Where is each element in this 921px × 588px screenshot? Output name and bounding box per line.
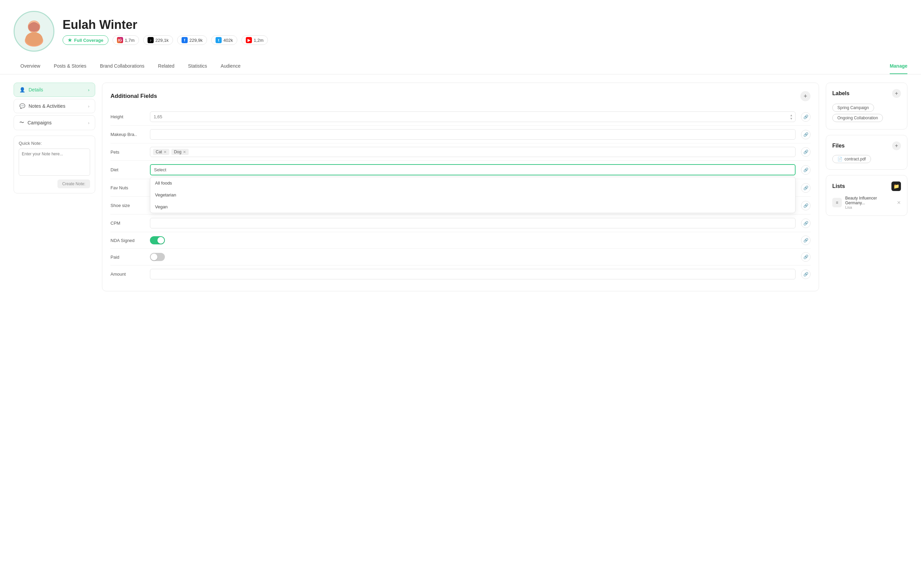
field-row-cpm: CPM 🔗 bbox=[111, 214, 810, 232]
pet-tag-dog: Dog ✕ bbox=[171, 149, 189, 155]
field-label-paid: Paid bbox=[111, 255, 145, 260]
lists-card: Lists 📁 ≡ Beauty Influencer Germany... L… bbox=[826, 175, 907, 216]
instagram-icon: IG bbox=[117, 37, 123, 43]
profile-header: Eulah Winter ★ Full Coverage IG 1,7m ♪ 2… bbox=[0, 0, 921, 52]
field-label-cpm: CPM bbox=[111, 221, 145, 226]
folder-icon-button[interactable]: 📁 bbox=[892, 182, 901, 191]
profile-name: Eulah Winter bbox=[63, 18, 268, 32]
left-panel: 👤 Details › 💬 Notes & Activities › 〜 Cam… bbox=[14, 83, 95, 291]
sidebar-details-label: Details bbox=[29, 87, 43, 93]
label-ongoing-collaboration[interactable]: Ongoing Collaboration bbox=[832, 114, 883, 122]
tab-brand-collaborations[interactable]: Brand Collaborations bbox=[93, 58, 151, 74]
nda-link-icon[interactable]: 🔗 bbox=[801, 236, 810, 245]
twitter-icon: t bbox=[216, 37, 222, 43]
file-icon: 📄 bbox=[837, 157, 843, 161]
makeup-link-icon[interactable]: 🔗 bbox=[801, 130, 810, 139]
social-badge-youtube[interactable]: ▶ 1,2m bbox=[241, 35, 268, 45]
person-icon: 👤 bbox=[20, 87, 25, 93]
chevron-right-icon-notes: › bbox=[88, 104, 89, 109]
additional-fields-card: Additional Fields + Height ▲ ▼ 🔗 bbox=[102, 83, 819, 291]
field-row-diet: Diet All foods Vegetarian Vegan 🔗 bbox=[111, 161, 810, 179]
sidebar-campaigns-label: Campaigns bbox=[28, 120, 52, 125]
tab-overview[interactable]: Overview bbox=[14, 58, 47, 74]
social-badge-instagram[interactable]: IG 1,7m bbox=[112, 35, 139, 45]
diet-link-icon[interactable]: 🔗 bbox=[801, 165, 810, 175]
quick-note-textarea[interactable] bbox=[19, 149, 90, 176]
remove-list-item[interactable]: ✕ bbox=[897, 200, 901, 205]
field-label-nda: NDA Signed bbox=[111, 238, 145, 243]
pulse-icon: 〜 bbox=[20, 120, 24, 126]
label-spring-campaign[interactable]: Spring Campaign bbox=[832, 104, 874, 112]
pet-tag-cat: Cat ✕ bbox=[153, 149, 169, 155]
twitter-count: 402k bbox=[223, 38, 233, 43]
profile-badges: ★ Full Coverage IG 1,7m ♪ 229,1k f 229,9… bbox=[63, 35, 268, 45]
add-label-button[interactable]: + bbox=[892, 89, 901, 98]
field-label-diet: Diet bbox=[111, 167, 145, 172]
nda-toggle-knob bbox=[158, 237, 164, 244]
remove-cat-tag[interactable]: ✕ bbox=[164, 150, 167, 154]
diet-select-wrap: All foods Vegetarian Vegan bbox=[150, 164, 796, 175]
cpm-input[interactable] bbox=[150, 218, 796, 228]
nda-toggle[interactable] bbox=[150, 236, 165, 244]
chevron-right-icon-campaigns: › bbox=[88, 120, 89, 125]
tab-related[interactable]: Related bbox=[151, 58, 181, 74]
amount-input[interactable] bbox=[150, 269, 796, 279]
height-up-arrow[interactable]: ▲ bbox=[790, 114, 793, 117]
cpm-link-icon[interactable]: 🔗 bbox=[801, 219, 810, 228]
field-row-paid: Paid 🔗 bbox=[111, 249, 810, 265]
create-note-button[interactable]: Create Note: bbox=[57, 179, 90, 188]
card-header: Additional Fields + bbox=[111, 91, 810, 101]
tiktok-count: 229,1k bbox=[155, 38, 169, 43]
social-badge-twitter[interactable]: t 402k bbox=[211, 35, 237, 45]
labels-title: Labels bbox=[832, 90, 849, 96]
social-badge-tiktok[interactable]: ♪ 229,1k bbox=[143, 35, 173, 45]
remove-dog-tag[interactable]: ✕ bbox=[183, 150, 186, 154]
quick-note-label: Quick Note: bbox=[19, 141, 90, 146]
height-down-arrow[interactable]: ▼ bbox=[790, 117, 793, 120]
height-link-icon[interactable]: 🔗 bbox=[801, 112, 810, 122]
field-label-height: Height bbox=[111, 114, 145, 119]
shoe-size-link-icon[interactable]: 🔗 bbox=[801, 201, 810, 210]
tab-posts-stories[interactable]: Posts & Stories bbox=[47, 58, 93, 74]
tab-manage[interactable]: Manage bbox=[890, 58, 907, 74]
sidebar-item-details[interactable]: 👤 Details › bbox=[14, 83, 95, 97]
files-card: Files + 📄 contract.pdf bbox=[826, 135, 907, 170]
amount-link-icon[interactable]: 🔗 bbox=[801, 270, 810, 279]
add-file-button[interactable]: + bbox=[892, 141, 901, 150]
height-input[interactable] bbox=[150, 112, 796, 122]
diet-select-input[interactable] bbox=[150, 164, 796, 175]
diet-option-vegan[interactable]: Vegan bbox=[150, 201, 795, 213]
pets-link-icon[interactable]: 🔗 bbox=[801, 147, 810, 157]
add-field-button[interactable]: + bbox=[800, 91, 810, 101]
list-item-sub: Lisa bbox=[845, 205, 893, 210]
quick-note-box: Quick Note: Create Note: bbox=[14, 136, 95, 193]
height-input-wrap: ▲ ▼ bbox=[150, 112, 796, 122]
file-contract[interactable]: 📄 contract.pdf bbox=[832, 155, 871, 163]
folder-icon: 📁 bbox=[893, 184, 899, 189]
sidebar-item-campaigns[interactable]: 〜 Campaigns › bbox=[14, 115, 95, 130]
paid-toggle-knob bbox=[151, 253, 158, 260]
field-label-pets: Pets bbox=[111, 149, 145, 155]
sidebar-item-notes[interactable]: 💬 Notes & Activities › bbox=[14, 99, 95, 113]
fav-nuts-link-icon[interactable]: 🔗 bbox=[801, 183, 810, 193]
full-coverage-badge[interactable]: ★ Full Coverage bbox=[63, 35, 109, 45]
tiktok-icon: ♪ bbox=[148, 37, 154, 43]
facebook-count: 229,9k bbox=[189, 38, 203, 43]
diet-option-vegetarian[interactable]: Vegetarian bbox=[150, 189, 795, 201]
paid-link-icon[interactable]: 🔗 bbox=[801, 252, 810, 262]
social-badge-facebook[interactable]: f 229,9k bbox=[177, 35, 207, 45]
list-item-icon: ≡ bbox=[832, 198, 842, 207]
tab-statistics[interactable]: Statistics bbox=[181, 58, 214, 74]
lists-title: Lists bbox=[832, 183, 845, 189]
page: Eulah Winter ★ Full Coverage IG 1,7m ♪ 2… bbox=[0, 0, 921, 588]
paid-toggle[interactable] bbox=[150, 253, 165, 261]
right-panel: Labels + Spring Campaign Ongoing Collabo… bbox=[826, 83, 907, 291]
makeup-input[interactable] bbox=[150, 129, 796, 140]
main-content: 👤 Details › 💬 Notes & Activities › 〜 Cam… bbox=[0, 75, 921, 299]
file-name: contract.pdf bbox=[845, 157, 866, 161]
pets-tags-input[interactable]: Cat ✕ Dog ✕ bbox=[150, 147, 796, 157]
diet-option-all-foods[interactable]: All foods bbox=[150, 177, 795, 189]
labels-card: Labels + Spring Campaign Ongoing Collabo… bbox=[826, 83, 907, 130]
svg-point-2 bbox=[26, 32, 42, 46]
tab-audience[interactable]: Audience bbox=[214, 58, 247, 74]
